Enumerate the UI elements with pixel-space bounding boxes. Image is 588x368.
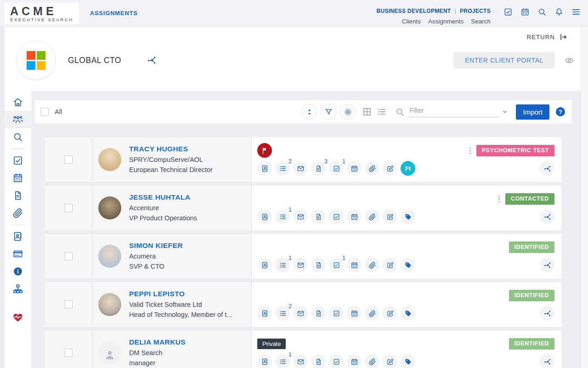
task-icon[interactable]: [329, 209, 344, 224]
edit-icon[interactable]: [383, 258, 397, 272]
mail-icon[interactable]: [293, 209, 308, 224]
calendar-icon[interactable]: [347, 306, 362, 321]
import-button[interactable]: Import: [516, 104, 549, 120]
attachment-icon[interactable]: [365, 354, 379, 368]
row-checkbox[interactable]: [64, 252, 73, 260]
network-icon[interactable]: [540, 209, 554, 224]
app-logo[interactable]: ACME EXECUTIVE SEARCH: [5, 3, 79, 24]
sidebar-item-documents[interactable]: [5, 187, 31, 204]
eye-icon[interactable]: [565, 56, 574, 65]
subnav-assignments[interactable]: Assignments: [428, 18, 464, 25]
mail-icon[interactable]: [293, 354, 308, 368]
document-icon[interactable]: [311, 306, 326, 321]
sidebar-item-info[interactable]: [5, 263, 31, 280]
candidate-name[interactable]: DELIA MARKUS: [129, 338, 186, 346]
tag-icon[interactable]: [401, 354, 415, 368]
candidate-name[interactable]: SIMON KIEFER: [129, 242, 183, 250]
sort-button[interactable]: [301, 104, 317, 120]
candidate-name[interactable]: TRACY HUGHES: [129, 145, 213, 153]
calendar-icon[interactable]: [347, 161, 362, 176]
select-all[interactable]: All: [40, 108, 62, 116]
document-icon[interactable]: [311, 354, 326, 368]
tag-icon[interactable]: [401, 306, 415, 321]
avatar-placeholder[interactable]: [98, 341, 121, 364]
tag-icon[interactable]: [401, 258, 415, 272]
nav-projects[interactable]: PROJECTS: [460, 8, 491, 14]
attachment-icon[interactable]: [365, 161, 379, 176]
row-checkbox[interactable]: [64, 204, 73, 212]
task-icon[interactable]: [329, 306, 344, 321]
task-icon[interactable]: 1: [329, 161, 344, 176]
sidebar-item-tasks[interactable]: [5, 152, 31, 169]
contact-card-icon[interactable]: [257, 354, 272, 368]
row-checkbox[interactable]: [64, 300, 73, 309]
network-icon[interactable]: [540, 161, 554, 176]
calendar-icon[interactable]: [347, 258, 362, 272]
help-icon[interactable]: ?: [556, 107, 565, 116]
network-icon[interactable]: [540, 306, 554, 321]
mail-icon[interactable]: [293, 306, 308, 321]
row-menu-dots[interactable]: [498, 195, 501, 203]
candidate-name[interactable]: JESSE HUHTALA: [129, 193, 197, 201]
task-icon[interactable]: 1: [329, 258, 344, 272]
document-icon[interactable]: [311, 209, 326, 224]
sidebar-item-home[interactable]: [5, 93, 31, 111]
tasks-icon[interactable]: [503, 7, 513, 17]
contact-card-icon[interactable]: [257, 209, 272, 224]
nav-business-development[interactable]: BUSINESS DEVELOPMENT: [376, 8, 451, 14]
candidate-name[interactable]: PEPPI LEPISTO: [129, 290, 232, 298]
search-icon[interactable]: [537, 7, 547, 17]
calendar-icon[interactable]: [347, 354, 362, 368]
row-menu-dots[interactable]: [469, 146, 472, 155]
edit-icon[interactable]: [383, 354, 397, 368]
avatar[interactable]: [98, 196, 121, 219]
activity-list-icon[interactable]: 2: [275, 161, 290, 176]
contact-card-icon[interactable]: [257, 161, 272, 176]
select-all-checkbox[interactable]: [40, 108, 49, 116]
settings-button[interactable]: [340, 104, 356, 120]
grid-view-icon[interactable]: [362, 107, 372, 117]
activity-list-icon[interactable]: 2: [275, 306, 290, 321]
attachment-icon[interactable]: [365, 209, 379, 224]
avatar[interactable]: [98, 245, 121, 268]
row-checkbox[interactable]: [64, 349, 73, 357]
task-icon[interactable]: [329, 354, 344, 368]
mail-icon[interactable]: [293, 258, 308, 272]
list-view-icon[interactable]: [377, 107, 387, 117]
document-icon[interactable]: [311, 258, 326, 272]
subnav-search[interactable]: Search: [471, 18, 491, 25]
calendar-icon[interactable]: [347, 209, 362, 224]
subnav-clients[interactable]: Clients: [402, 18, 421, 25]
network-icon[interactable]: [540, 354, 554, 368]
document-icon[interactable]: 3: [311, 161, 326, 176]
row-checkbox[interactable]: [64, 155, 73, 164]
sidebar-item-calendar[interactable]: [5, 169, 31, 187]
chevron-down-icon[interactable]: [501, 108, 509, 115]
sidebar-item-candidates[interactable]: [5, 111, 31, 128]
sidebar-item-billing[interactable]: [5, 245, 31, 263]
sidebar-item-contacts[interactable]: [5, 228, 31, 245]
contact-card-icon[interactable]: [257, 306, 272, 321]
attachment-icon[interactable]: [365, 258, 379, 272]
edit-icon[interactable]: [383, 161, 397, 176]
activity-list-icon[interactable]: 1: [275, 258, 290, 272]
enter-client-portal-button[interactable]: ENTER CLIENT PORTAL: [453, 52, 555, 69]
sidebar-item-search[interactable]: [5, 128, 31, 146]
activity-list-icon[interactable]: 1: [275, 209, 290, 224]
bell-icon[interactable]: [554, 7, 564, 17]
activity-list-icon[interactable]: 1: [275, 354, 290, 368]
filter-button[interactable]: [321, 104, 336, 120]
avatar[interactable]: [98, 293, 121, 316]
mail-icon[interactable]: [293, 161, 308, 176]
relationship-map-icon[interactable]: [146, 55, 157, 66]
sidebar-item-attachments[interactable]: [5, 204, 31, 222]
edit-icon[interactable]: [383, 306, 397, 321]
network-icon[interactable]: [540, 258, 554, 272]
sidebar-item-org-chart[interactable]: [5, 280, 31, 298]
calendar-icon[interactable]: [520, 7, 530, 17]
contact-card-icon[interactable]: [257, 258, 272, 272]
scrollbar-track[interactable]: [581, 27, 588, 368]
filter-input[interactable]: [408, 107, 498, 117]
tag-icon[interactable]: [401, 209, 415, 224]
sidebar-item-health[interactable]: [5, 309, 31, 326]
